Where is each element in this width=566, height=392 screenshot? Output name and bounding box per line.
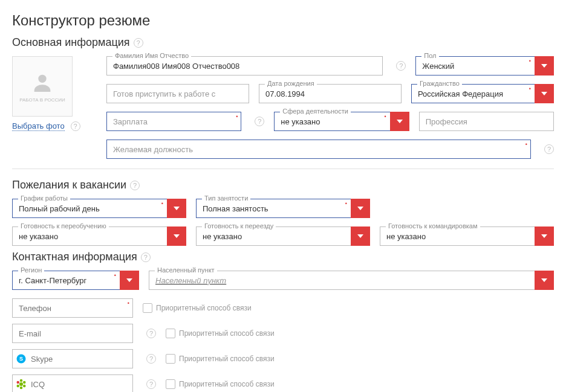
chevron-down-icon: [174, 234, 180, 238]
svg-point-3: [19, 382, 23, 386]
trips-dropdown-button[interactable]: [535, 227, 554, 246]
citizenship-label: Гражданство: [417, 80, 462, 87]
relocate-dropdown-button[interactable]: [351, 227, 370, 246]
chevron-down-icon: [541, 234, 547, 238]
salary-input[interactable]: [106, 112, 241, 131]
help-icon[interactable]: ?: [396, 61, 406, 71]
chevron-down-icon: [126, 278, 132, 282]
region-dropdown-button[interactable]: [120, 271, 139, 290]
icq-priority-checkbox[interactable]: [166, 379, 175, 389]
chevron-down-icon: [541, 64, 547, 68]
svg-point-5: [23, 381, 26, 384]
region-label: Регион: [18, 266, 44, 274]
dob-label: Дата рождения: [265, 80, 317, 87]
section-contacts-title: Контактная информация ?: [12, 251, 554, 263]
photo-caption: РАБОТА В РОССИИ: [19, 97, 65, 103]
svg-point-6: [23, 385, 26, 388]
icq-icon: [16, 379, 27, 390]
section-wishes-title: Пожелания к вакансии ?: [12, 179, 554, 191]
svg-point-9: [17, 381, 20, 384]
schedule-label: График работы: [18, 194, 70, 202]
choose-photo-link[interactable]: Выбрать фото: [12, 121, 65, 131]
help-icon[interactable]: ?: [71, 121, 80, 131]
relocate-label: Готовность к переезду: [202, 222, 276, 230]
email-priority-checkbox[interactable]: [166, 329, 175, 338]
photo-placeholder[interactable]: РАБОТА В РОССИИ: [12, 56, 73, 117]
start-date-input[interactable]: [106, 84, 249, 103]
help-icon[interactable]: ?: [130, 181, 140, 190]
help-icon[interactable]: ?: [146, 379, 156, 389]
skype-priority-label: Приоритетный способ связи: [179, 355, 275, 363]
chevron-down-icon: [541, 278, 547, 282]
skype-icon: S: [16, 353, 27, 364]
position-input[interactable]: [106, 140, 531, 159]
citizenship-dropdown-button[interactable]: [535, 84, 554, 103]
phone-priority-label: Приоритетный способ связи: [156, 304, 252, 312]
fio-label: Фамилия Имя Отчество: [112, 52, 191, 59]
schedule-dropdown-button[interactable]: [167, 199, 186, 218]
help-icon[interactable]: ?: [255, 117, 264, 126]
chevron-down-icon: [397, 120, 403, 123]
phone-priority-checkbox[interactable]: [143, 303, 152, 313]
avatar-icon: [30, 71, 54, 95]
skype-input[interactable]: [12, 349, 133, 368]
svg-point-7: [20, 387, 23, 390]
page-title: Конструктор резюме: [12, 12, 554, 29]
sphere-label: Сфера деятельности: [280, 108, 351, 115]
skype-priority-checkbox[interactable]: [166, 354, 175, 364]
email-priority-label: Приоритетный способ связи: [179, 329, 275, 338]
email-input[interactable]: [12, 324, 133, 343]
help-icon[interactable]: ?: [141, 252, 151, 262]
help-icon[interactable]: ?: [544, 144, 554, 154]
svg-point-4: [20, 379, 23, 382]
svg-point-0: [38, 74, 46, 82]
help-icon[interactable]: ?: [146, 354, 156, 364]
chevron-down-icon: [357, 207, 363, 210]
icq-input[interactable]: [12, 374, 133, 392]
svg-text:S: S: [19, 356, 23, 362]
gender-dropdown-button[interactable]: [535, 56, 554, 76]
retrain-label: Готовность к переобучению: [18, 222, 109, 230]
locality-dropdown-button[interactable]: [535, 271, 554, 290]
profession-input[interactable]: [419, 112, 554, 131]
icq-priority-label: Приоритетный способ связи: [179, 380, 275, 388]
divider: [12, 169, 554, 169]
emptype-dropdown-button[interactable]: [351, 199, 370, 218]
help-icon[interactable]: ?: [134, 38, 143, 48]
retrain-dropdown-button[interactable]: [167, 227, 186, 246]
gender-label: Пол: [421, 52, 438, 59]
sphere-dropdown-button[interactable]: [390, 112, 409, 131]
section-basic-title: Основная информация ?: [12, 36, 554, 49]
chevron-down-icon: [174, 207, 180, 210]
locality-label: Населенный пункт: [155, 266, 217, 274]
emptype-label: Тип занятости: [202, 194, 250, 202]
trips-label: Готовность к командировкам: [386, 222, 480, 230]
help-icon[interactable]: ?: [146, 329, 156, 338]
chevron-down-icon: [541, 92, 547, 95]
chevron-down-icon: [357, 234, 363, 238]
svg-point-8: [17, 385, 20, 388]
phone-input[interactable]: [12, 298, 133, 318]
